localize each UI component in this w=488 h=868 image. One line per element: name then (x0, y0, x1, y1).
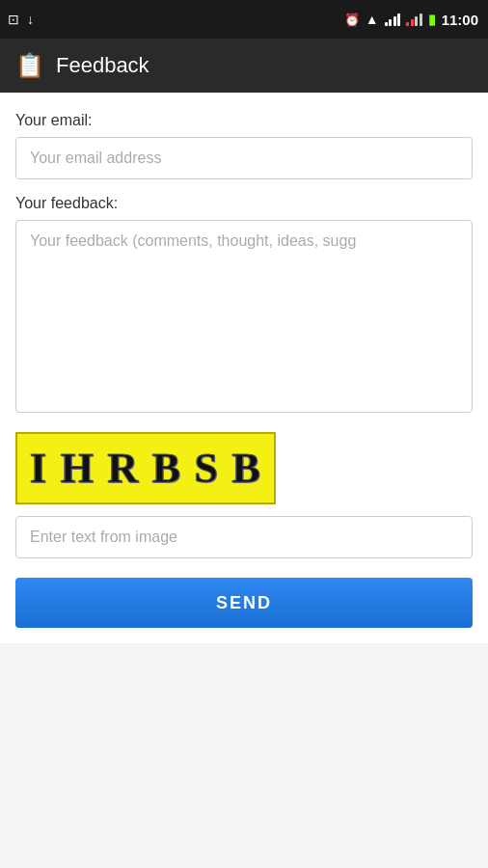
signal-bars-white (385, 13, 401, 26)
send-button[interactable]: SEND (15, 578, 473, 628)
usb-icon: ⊡ (8, 12, 19, 27)
wifi-icon: ▲ (366, 12, 379, 27)
captcha-text: I H R B S B (30, 444, 261, 493)
app-bar: 📋 Feedback (0, 39, 488, 93)
captcha-char-6: B (232, 444, 261, 493)
status-bar: ⊡ ↓ ⏰ ▲ ▮ 11:00 (0, 0, 488, 39)
captcha-char-5: S (195, 444, 219, 493)
captcha-char-2: H (61, 444, 95, 493)
app-bar-icon: 📋 (15, 52, 44, 79)
captcha-char-1: I (30, 444, 47, 493)
captcha-input[interactable] (15, 516, 473, 558)
status-bar-left: ⊡ ↓ (8, 12, 34, 27)
captcha-image: I H R B S B (15, 432, 276, 504)
main-content: Your email: Your feedback: I H R B S B S… (0, 93, 488, 643)
captcha-char-4: B (152, 444, 181, 493)
feedback-field-group: Your feedback: (15, 195, 473, 417)
status-time: 11:00 (442, 12, 478, 28)
notification-icon: ↓ (27, 12, 34, 27)
captcha-container: I H R B S B (15, 432, 473, 558)
battery-icon: ▮ (428, 12, 436, 27)
status-bar-right: ⏰ ▲ ▮ 11:00 (344, 12, 478, 28)
captcha-char-3: R (107, 444, 139, 493)
clock-icon: ⏰ (344, 13, 360, 27)
app-bar-title: Feedback (56, 53, 149, 78)
email-label: Your email: (15, 112, 473, 129)
signal-bars-red (406, 13, 422, 26)
email-field-group: Your email: (15, 112, 473, 179)
feedback-input[interactable] (15, 220, 473, 413)
email-input[interactable] (15, 137, 473, 179)
feedback-label: Your feedback: (15, 195, 473, 212)
